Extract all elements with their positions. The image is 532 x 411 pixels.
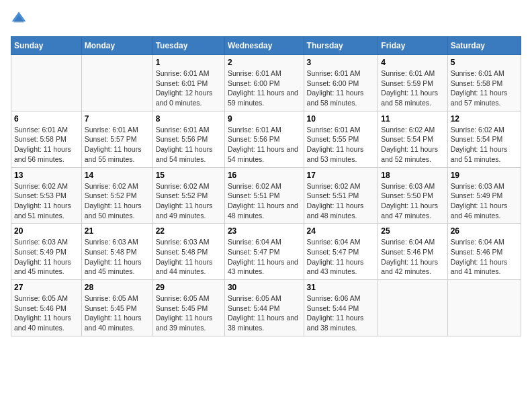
- calendar-cell: 4Sunrise: 6:01 AMSunset: 5:59 PMDaylight…: [378, 55, 447, 111]
- calendar-cell: 5Sunrise: 6:01 AMSunset: 5:58 PMDaylight…: [447, 55, 521, 111]
- day-number: 11: [381, 114, 444, 124]
- header-cell-tuesday: Tuesday: [152, 37, 224, 55]
- day-info: Sunrise: 6:01 AMSunset: 5:56 PMDaylight:…: [228, 125, 301, 165]
- day-info: Sunrise: 6:01 AMSunset: 5:56 PMDaylight:…: [156, 125, 222, 165]
- day-number: 16: [228, 171, 301, 180]
- calendar-cell: 1Sunrise: 6:01 AMSunset: 6:01 PMDaylight…: [152, 55, 224, 111]
- logo-icon: [11, 11, 27, 27]
- calendar-cell: 9Sunrise: 6:01 AMSunset: 5:56 PMDaylight…: [224, 111, 304, 167]
- day-info: Sunrise: 6:03 AMSunset: 5:48 PMDaylight:…: [156, 237, 222, 277]
- calendar-cell: 22Sunrise: 6:03 AMSunset: 5:48 PMDayligh…: [152, 224, 224, 280]
- logo: [11, 11, 30, 30]
- day-number: 5: [451, 58, 518, 67]
- calendar-cell: 26Sunrise: 6:04 AMSunset: 5:46 PMDayligh…: [447, 224, 521, 280]
- day-info: Sunrise: 6:05 AMSunset: 5:46 PMDaylight:…: [14, 293, 79, 333]
- day-number: 27: [14, 283, 79, 292]
- day-number: 4: [381, 58, 444, 67]
- calendar-cell: 10Sunrise: 6:01 AMSunset: 5:55 PMDayligh…: [304, 111, 378, 167]
- day-number: 30: [228, 283, 301, 292]
- calendar-cell: 17Sunrise: 6:02 AMSunset: 5:51 PMDayligh…: [304, 167, 378, 224]
- calendar-cell: [378, 280, 447, 336]
- calendar-cell: 30Sunrise: 6:05 AMSunset: 5:44 PMDayligh…: [224, 280, 304, 336]
- day-info: Sunrise: 6:02 AMSunset: 5:54 PMDaylight:…: [381, 125, 444, 165]
- day-number: 28: [85, 283, 150, 292]
- week-row-2: 6Sunrise: 6:01 AMSunset: 5:58 PMDaylight…: [11, 111, 521, 167]
- calendar-cell: 29Sunrise: 6:05 AMSunset: 5:45 PMDayligh…: [152, 280, 224, 336]
- day-info: Sunrise: 6:01 AMSunset: 5:58 PMDaylight:…: [14, 125, 79, 165]
- calendar-cell: [11, 55, 82, 111]
- calendar-table: SundayMondayTuesdayWednesdayThursdayFrid…: [11, 36, 521, 336]
- day-number: 25: [381, 226, 444, 236]
- calendar-cell: 27Sunrise: 6:05 AMSunset: 5:46 PMDayligh…: [11, 280, 82, 336]
- day-number: 1: [156, 58, 222, 67]
- day-info: Sunrise: 6:03 AMSunset: 5:50 PMDaylight:…: [381, 181, 444, 221]
- day-number: 2: [228, 58, 301, 67]
- calendar-cell: 25Sunrise: 6:04 AMSunset: 5:46 PMDayligh…: [378, 224, 447, 280]
- calendar-cell: 14Sunrise: 6:02 AMSunset: 5:52 PMDayligh…: [81, 167, 152, 224]
- calendar-cell: 23Sunrise: 6:04 AMSunset: 5:47 PMDayligh…: [224, 224, 304, 280]
- calendar-cell: 3Sunrise: 6:01 AMSunset: 6:00 PMDaylight…: [304, 55, 378, 111]
- day-number: 29: [156, 283, 222, 292]
- day-info: Sunrise: 6:03 AMSunset: 5:49 PMDaylight:…: [14, 237, 79, 277]
- day-number: 24: [307, 226, 375, 236]
- header: [11, 11, 521, 30]
- day-info: Sunrise: 6:03 AMSunset: 5:48 PMDaylight:…: [85, 237, 150, 277]
- calendar-cell: 28Sunrise: 6:05 AMSunset: 5:45 PMDayligh…: [81, 280, 152, 336]
- calendar-cell: 13Sunrise: 6:02 AMSunset: 5:53 PMDayligh…: [11, 167, 82, 224]
- week-row-4: 20Sunrise: 6:03 AMSunset: 5:49 PMDayligh…: [11, 224, 521, 280]
- header-row: SundayMondayTuesdayWednesdayThursdayFrid…: [11, 37, 521, 55]
- calendar-cell: 6Sunrise: 6:01 AMSunset: 5:58 PMDaylight…: [11, 111, 82, 167]
- day-info: Sunrise: 6:01 AMSunset: 6:00 PMDaylight:…: [307, 68, 375, 108]
- calendar-cell: 20Sunrise: 6:03 AMSunset: 5:49 PMDayligh…: [11, 224, 82, 280]
- day-number: 6: [14, 114, 79, 124]
- calendar-cell: 21Sunrise: 6:03 AMSunset: 5:48 PMDayligh…: [81, 224, 152, 280]
- day-info: Sunrise: 6:02 AMSunset: 5:53 PMDaylight:…: [14, 181, 79, 221]
- day-info: Sunrise: 6:04 AMSunset: 5:46 PMDaylight:…: [451, 237, 518, 277]
- calendar-cell: 19Sunrise: 6:03 AMSunset: 5:49 PMDayligh…: [447, 167, 521, 224]
- day-number: 3: [307, 58, 375, 67]
- day-number: 15: [156, 171, 222, 180]
- day-info: Sunrise: 6:01 AMSunset: 5:55 PMDaylight:…: [307, 125, 375, 165]
- day-number: 14: [85, 171, 150, 180]
- header-cell-sunday: Sunday: [11, 37, 82, 55]
- calendar-cell: 2Sunrise: 6:01 AMSunset: 6:00 PMDaylight…: [224, 55, 304, 111]
- day-number: 26: [451, 226, 518, 236]
- calendar-cell: 24Sunrise: 6:04 AMSunset: 5:47 PMDayligh…: [304, 224, 378, 280]
- day-info: Sunrise: 6:06 AMSunset: 5:44 PMDaylight:…: [307, 293, 375, 333]
- day-info: Sunrise: 6:02 AMSunset: 5:51 PMDaylight:…: [228, 181, 301, 221]
- day-number: 31: [307, 283, 375, 292]
- calendar-cell: 15Sunrise: 6:02 AMSunset: 5:52 PMDayligh…: [152, 167, 224, 224]
- header-cell-monday: Monday: [81, 37, 152, 55]
- calendar-cell: 16Sunrise: 6:02 AMSunset: 5:51 PMDayligh…: [224, 167, 304, 224]
- calendar-cell: 7Sunrise: 6:01 AMSunset: 5:57 PMDaylight…: [81, 111, 152, 167]
- day-info: Sunrise: 6:01 AMSunset: 5:57 PMDaylight:…: [85, 125, 150, 165]
- header-cell-thursday: Thursday: [304, 37, 378, 55]
- week-row-1: 1Sunrise: 6:01 AMSunset: 6:01 PMDaylight…: [11, 55, 521, 111]
- calendar-cell: 31Sunrise: 6:06 AMSunset: 5:44 PMDayligh…: [304, 280, 378, 336]
- day-info: Sunrise: 6:01 AMSunset: 5:59 PMDaylight:…: [381, 68, 444, 108]
- day-number: 21: [85, 226, 150, 236]
- day-number: 19: [451, 171, 518, 180]
- day-number: 10: [307, 114, 375, 124]
- calendar-cell: [447, 280, 521, 336]
- day-number: 23: [228, 226, 301, 236]
- day-number: 9: [228, 114, 301, 124]
- header-cell-wednesday: Wednesday: [224, 37, 304, 55]
- header-cell-saturday: Saturday: [447, 37, 521, 55]
- day-info: Sunrise: 6:05 AMSunset: 5:44 PMDaylight:…: [228, 293, 301, 333]
- day-number: 20: [14, 226, 79, 236]
- day-info: Sunrise: 6:02 AMSunset: 5:51 PMDaylight:…: [307, 181, 375, 221]
- day-info: Sunrise: 6:01 AMSunset: 6:00 PMDaylight:…: [228, 68, 301, 108]
- day-number: 17: [307, 171, 375, 180]
- day-number: 7: [85, 114, 150, 124]
- day-info: Sunrise: 6:04 AMSunset: 5:47 PMDaylight:…: [228, 237, 301, 277]
- day-number: 13: [14, 171, 79, 180]
- day-info: Sunrise: 6:04 AMSunset: 5:46 PMDaylight:…: [381, 237, 444, 277]
- day-info: Sunrise: 6:02 AMSunset: 5:52 PMDaylight:…: [85, 181, 150, 221]
- calendar-cell: 18Sunrise: 6:03 AMSunset: 5:50 PMDayligh…: [378, 167, 447, 224]
- header-cell-friday: Friday: [378, 37, 447, 55]
- week-row-5: 27Sunrise: 6:05 AMSunset: 5:46 PMDayligh…: [11, 280, 521, 336]
- calendar-cell: 11Sunrise: 6:02 AMSunset: 5:54 PMDayligh…: [378, 111, 447, 167]
- day-number: 12: [451, 114, 518, 124]
- day-info: Sunrise: 6:02 AMSunset: 5:52 PMDaylight:…: [156, 181, 222, 221]
